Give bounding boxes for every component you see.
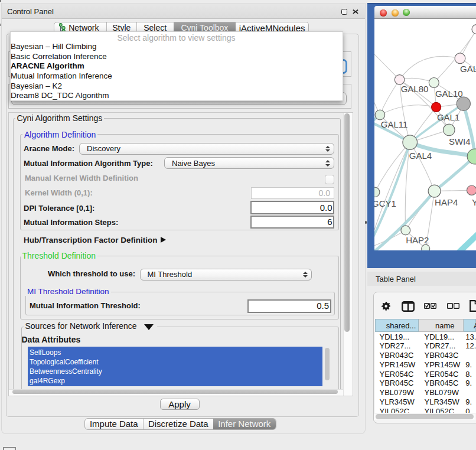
svg-text:GAL11: GAL11 (381, 119, 408, 129)
svg-text:GAL2: GAL2 (460, 63, 476, 73)
svg-text:GCY1: GCY1 (374, 198, 396, 208)
svg-text:GAL80: GAL80 (401, 84, 429, 94)
svg-text:GAL10: GAL10 (435, 88, 463, 98)
svg-text:Y: Y (472, 197, 476, 207)
svg-text:HAP4: HAP4 (435, 197, 458, 207)
svg-text:HAP2: HAP2 (406, 234, 429, 244)
svg-text:GAL4: GAL4 (409, 150, 432, 160)
svg-text:SWI4: SWI4 (449, 136, 471, 146)
svg-text:GAL1: GAL1 (437, 112, 459, 122)
